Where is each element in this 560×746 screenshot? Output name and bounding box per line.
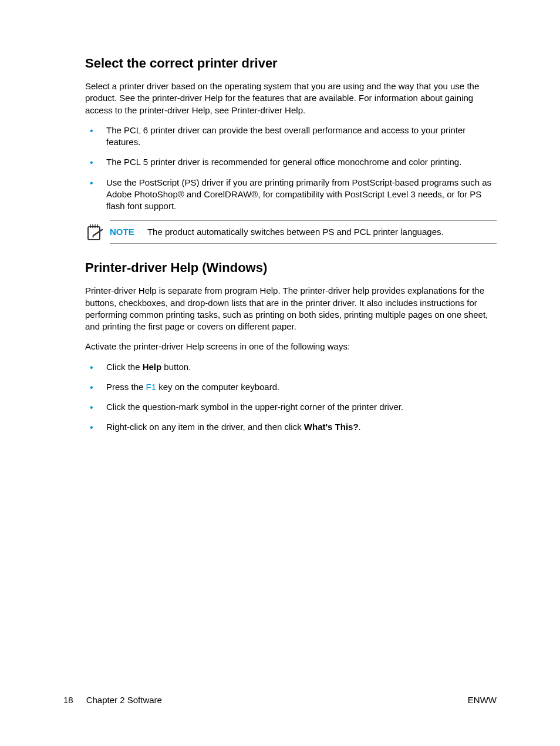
footer-page-number: 18 — [63, 695, 73, 705]
section2-para2: Activate the printer-driver Help screens… — [85, 341, 497, 352]
text-fragment: Click the — [106, 362, 143, 372]
text-fragment: button. — [161, 362, 191, 372]
section1-list: The PCL 6 printer driver can provide the… — [85, 125, 497, 213]
section2-list: Click the Help button. Press the F1 key … — [85, 361, 497, 434]
list-item: Use the PostScript (PS) driver if you ar… — [85, 177, 497, 213]
note-text: The product automatically switches betwe… — [147, 227, 444, 237]
text-fragment: Right-click on any item in the driver, a… — [106, 422, 304, 432]
note-spacer — [137, 227, 144, 237]
bold-text: What's This? — [304, 422, 359, 432]
text-fragment: Press the — [106, 382, 146, 392]
svg-line-5 — [93, 230, 102, 236]
f1-key-text: F1 — [146, 382, 157, 392]
list-item: Click the question-mark symbol in the up… — [85, 401, 497, 413]
note-icon — [85, 223, 104, 241]
list-item: The PCL 5 printer driver is recommended … — [85, 156, 497, 168]
list-item: The PCL 6 printer driver can provide the… — [85, 125, 497, 149]
section2-para1: Printer-driver Help is separate from pro… — [85, 285, 497, 332]
page-footer: 18 Chapter 2 Software ENWW — [63, 695, 497, 705]
section1-intro: Select a printer driver based on the ope… — [85, 80, 497, 116]
section-heading-1: Select the correct printer driver — [85, 56, 497, 71]
note-box: NOTE The product automatically switches … — [85, 220, 497, 244]
note-label: NOTE — [110, 227, 134, 237]
footer-region: ENWW — [468, 695, 497, 705]
list-item: Right-click on any item in the driver, a… — [85, 421, 497, 433]
text-fragment: key on the computer keyboard. — [156, 382, 279, 392]
bold-text: Help — [143, 362, 162, 372]
list-item: Click the Help button. — [85, 361, 497, 373]
note-content: NOTE The product automatically switches … — [110, 220, 497, 244]
footer-chapter: Chapter 2 Software — [86, 695, 162, 705]
section-heading-2: Printer-driver Help (Windows) — [85, 260, 497, 275]
text-fragment: . — [359, 422, 361, 432]
list-item: Press the F1 key on the computer keyboar… — [85, 381, 497, 393]
